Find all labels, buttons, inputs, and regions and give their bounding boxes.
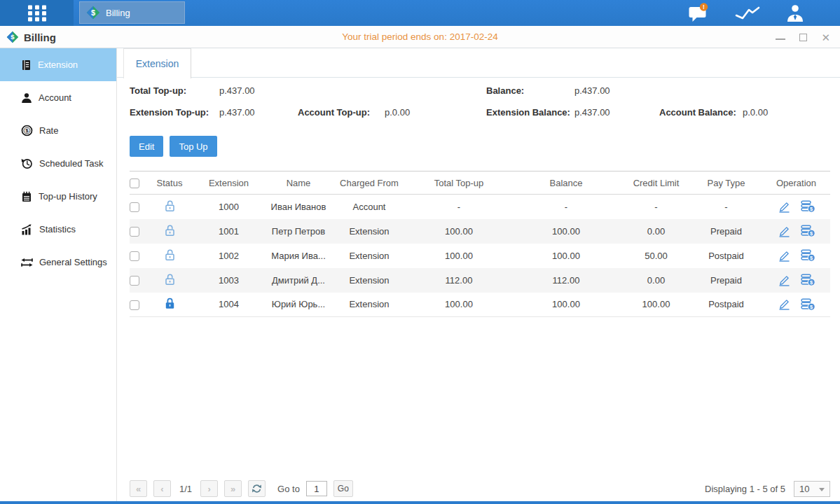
top-up-extension-button[interactable]: $ <box>801 298 815 311</box>
select-all-checkbox[interactable] <box>130 178 139 188</box>
messages-button[interactable]: ! <box>688 3 710 23</box>
edit-button[interactable]: Edit <box>130 136 163 157</box>
cell-balance: 100.00 <box>510 219 622 244</box>
minimize-button[interactable] <box>776 34 785 40</box>
cell-extension: 1000 <box>191 195 266 219</box>
cell-pay-type: Postpaid <box>690 244 762 268</box>
status-locked-icon[interactable] <box>164 297 176 309</box>
close-button[interactable]: ✕ <box>821 32 830 43</box>
chevron-down-icon <box>819 488 825 491</box>
sidebar-item-label: Rate <box>39 125 58 136</box>
extension-topup-value: p.437.00 <box>219 106 255 118</box>
prev-page-button[interactable]: ‹ <box>153 480 171 497</box>
row-checkbox[interactable] <box>130 202 139 212</box>
cell-extension: 1001 <box>191 219 266 244</box>
last-page-button[interactable]: » <box>224 480 242 497</box>
go-button[interactable]: Go <box>333 480 353 497</box>
row-checkbox[interactable] <box>130 227 139 237</box>
cell-total-topup: 100.00 <box>408 293 510 317</box>
top-up-extension-button[interactable]: $ <box>801 225 815 237</box>
cell-charged-from: Extension <box>331 219 408 244</box>
pagination-bar: « ‹ 1/1 › » Go to Go <box>130 480 830 500</box>
column-header-name: Name <box>266 172 331 195</box>
edit-extension-button[interactable] <box>778 201 791 213</box>
top-up-button[interactable]: Top Up <box>170 136 216 157</box>
sidebar-item-general-settings[interactable]: General Settings <box>0 246 116 279</box>
tab-extension[interactable]: Extension <box>123 48 191 78</box>
cell-balance: 100.00 <box>510 244 622 268</box>
next-page-button[interactable]: › <box>200 480 218 497</box>
cell-credit-limit: - <box>622 195 690 219</box>
cell-total-topup: - <box>408 195 510 219</box>
action-buttons: Edit Top Up <box>130 136 217 157</box>
transfer-arrows-icon <box>21 258 33 267</box>
cell-charged-from: Extension <box>331 268 408 293</box>
sidebar-item-label: Extension <box>38 59 78 70</box>
edit-extension-button[interactable] <box>778 298 791 310</box>
topbar-icons: ! <box>688 0 840 26</box>
user-account-button[interactable] <box>785 4 805 22</box>
top-up-extension-button[interactable]: $ <box>801 200 815 213</box>
trial-message: Your trial period ends on: 2017-02-24 <box>0 26 840 48</box>
sidebar-item-scheduled-task[interactable]: Scheduled Task <box>0 147 116 180</box>
svg-text:!: ! <box>703 4 705 10</box>
cell-credit-limit: 50.00 <box>622 244 690 268</box>
person-icon <box>21 92 32 104</box>
svg-text:$: $ <box>25 127 29 134</box>
app-menu-button[interactable] <box>0 0 74 26</box>
summary-row-1: Total Top-up: p.437.00 Balance: p.437.00 <box>117 85 840 97</box>
cell-name: Мария Ива... <box>266 244 331 268</box>
cell-balance: 112.00 <box>510 268 622 293</box>
status-unlocked-icon[interactable] <box>164 200 176 212</box>
extension-topup-label: Extension Top-up: <box>130 106 209 118</box>
sidebar-item-extension[interactable]: Extension <box>0 48 116 81</box>
account-balance-label: Account Balance: <box>659 106 736 118</box>
pagination-controls: « ‹ 1/1 › » Go to Go <box>130 480 353 497</box>
table-row: 1000 Иван Иванов Account - - - - <box>130 195 830 219</box>
bar-chart-icon <box>21 224 33 235</box>
row-checkbox[interactable] <box>130 251 139 261</box>
window-controls: ✕ <box>776 26 830 48</box>
status-unlocked-icon[interactable] <box>164 273 176 286</box>
page-size-select[interactable]: 10 <box>794 481 830 497</box>
status-unlocked-icon[interactable] <box>164 248 176 261</box>
window-body: Extension Account $ Rate <box>0 48 840 501</box>
edit-extension-button[interactable] <box>778 250 791 262</box>
displaying-text: Displaying 1 - 5 of 5 <box>705 484 785 494</box>
row-checkbox[interactable] <box>130 276 139 286</box>
account-topup-value: p.0.00 <box>385 106 410 118</box>
billing-app-tab[interactable]: $ Billing <box>79 1 185 24</box>
refresh-button[interactable] <box>248 480 266 497</box>
edit-extension-button[interactable] <box>778 274 791 286</box>
goto-page-input[interactable] <box>306 481 327 496</box>
table-row: 1001 Петр Петров Extension 100.00 100.00… <box>130 219 830 244</box>
cell-pay-type: Postpaid <box>690 293 762 317</box>
statistics-button[interactable] <box>735 4 760 22</box>
top-up-extension-button[interactable]: $ <box>801 274 815 286</box>
cell-extension: 1002 <box>191 244 266 268</box>
row-checkbox[interactable] <box>130 300 139 310</box>
tab-bar: Extension <box>117 48 840 78</box>
sidebar-item-label: Scheduled Task <box>39 158 104 169</box>
sidebar-item-account[interactable]: Account <box>0 81 116 114</box>
top-up-extension-button[interactable]: $ <box>801 249 815 262</box>
account-balance-value: p.0.00 <box>743 106 768 118</box>
cell-balance: - <box>510 195 622 219</box>
edit-extension-button[interactable] <box>778 225 791 237</box>
account-topup-label: Account Top-up: <box>298 106 370 118</box>
maximize-button[interactable] <box>799 34 807 41</box>
column-header-total-topup: Total Top-up <box>408 172 510 195</box>
sidebar-item-statistics[interactable]: Statistics <box>0 213 116 246</box>
status-unlocked-icon[interactable] <box>164 224 176 237</box>
cell-charged-from: Extension <box>331 244 408 268</box>
sidebar-item-topup-history[interactable]: Top-up History <box>0 180 116 213</box>
main-content: Extension Total Top-up: p.437.00 Balance… <box>117 48 840 501</box>
sidebar-item-rate[interactable]: $ Rate <box>0 114 116 147</box>
column-header-extension: Extension <box>191 172 266 195</box>
cell-credit-limit: 100.00 <box>622 293 690 317</box>
app-tab-label: Billing <box>106 8 130 18</box>
first-page-button[interactable]: « <box>130 480 147 497</box>
column-header-status: Status <box>148 172 191 195</box>
window-titlebar: $ Billing Your trial period ends on: 201… <box>0 26 840 48</box>
notepad-icon <box>21 191 32 202</box>
